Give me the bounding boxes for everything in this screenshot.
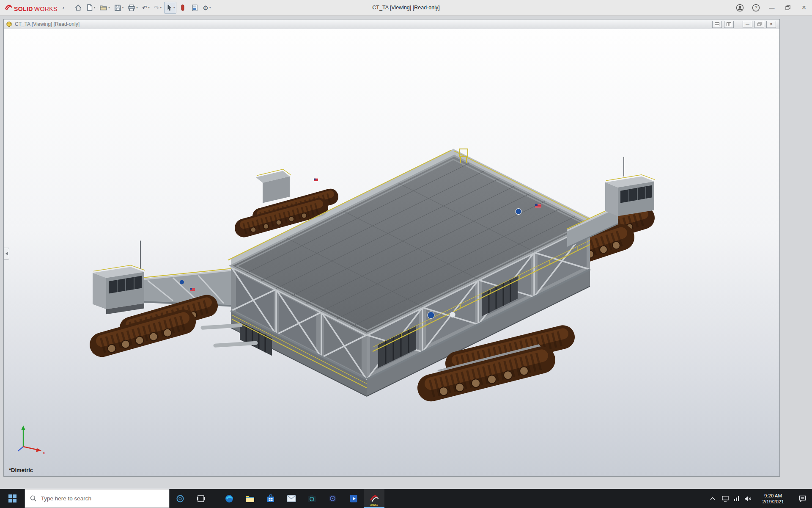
save-icon	[114, 4, 121, 11]
tray-volume-button[interactable]	[742, 489, 754, 508]
doc-close-button[interactable]: ×	[766, 21, 776, 28]
tile-vertical-icon	[727, 22, 731, 26]
taskbar-app-solidworks[interactable]: 2021	[364, 489, 384, 508]
mail-icon	[287, 495, 296, 502]
options-gear-icon: ⚙	[203, 5, 208, 11]
doc-tile-horizontal-button[interactable]	[712, 21, 722, 28]
redo-dropdown-icon[interactable]: ▾	[160, 6, 162, 9]
open-folder-icon	[99, 4, 107, 11]
cortana-icon	[176, 494, 184, 503]
taskbar-app-edge[interactable]	[219, 489, 239, 508]
tray-display-button[interactable]	[719, 489, 731, 508]
taskbar-app-store[interactable]	[260, 489, 281, 508]
file-properties-icon	[192, 4, 198, 11]
search-input[interactable]	[41, 495, 164, 502]
menu-expand-chevron-icon[interactable]: ›	[63, 5, 64, 11]
print-icon	[128, 4, 135, 11]
brand-solid: SOLID	[14, 6, 33, 12]
tray-overflow-button[interactable]	[706, 489, 719, 508]
tray-network-button[interactable]	[731, 489, 742, 508]
taskbar-app-file-explorer[interactable]	[239, 489, 260, 508]
print-dropdown-icon[interactable]: ▾	[136, 6, 138, 9]
groove-music-icon	[328, 494, 337, 503]
graphics-viewport[interactable]: x *Dimetric	[4, 29, 779, 476]
solidworks-app-icon	[370, 494, 379, 503]
svg-text:?: ?	[754, 5, 757, 10]
left-corner-arm[interactable]	[140, 268, 231, 306]
redo-icon: ↷	[154, 5, 159, 11]
help-icon: ?	[752, 4, 760, 12]
open-button[interactable]: ▾	[98, 2, 112, 14]
app-titlebar: SOLID WORKS › ▾ ▾	[0, 0, 812, 16]
windows-taskbar: 2021	[0, 489, 812, 508]
window-title: CT_TA [Viewing] [Read-only]	[372, 5, 439, 11]
left-control-cab[interactable]	[93, 241, 145, 315]
task-view-button[interactable]	[190, 489, 211, 508]
us-flag-decal	[535, 204, 541, 208]
doc-restore-icon	[757, 22, 762, 26]
options-button[interactable]: ⚙ ▾	[201, 2, 212, 14]
right-control-cab[interactable]	[605, 157, 655, 216]
clock-time: 9:20 AM	[754, 493, 793, 499]
redo-button[interactable]: ↷ ▾	[152, 2, 163, 14]
taskbar-app-mail[interactable]	[281, 489, 302, 508]
doc-minimize-button[interactable]: —	[743, 21, 752, 28]
new-document-icon	[86, 4, 93, 11]
us-flag-decal	[314, 179, 318, 181]
open-dropdown-icon[interactable]: ▾	[108, 6, 110, 9]
document-title: CT_TA [Viewing] [Read-only]	[15, 21, 80, 27]
document-titlebar[interactable]: CT_TA [Viewing] [Read-only] —	[4, 19, 779, 29]
panel-splitter-tab[interactable]	[4, 248, 9, 260]
undo-icon: ↶	[142, 5, 148, 11]
save-dropdown-icon[interactable]: ▾	[122, 6, 124, 9]
action-center-button[interactable]	[793, 489, 812, 508]
task-view-icon	[197, 494, 205, 503]
camera-icon	[307, 495, 316, 502]
red-tool-icon	[180, 4, 185, 11]
taskbar-app-groove-music[interactable]	[322, 489, 343, 508]
taskbar-app-movies-tv[interactable]	[343, 489, 364, 508]
start-button[interactable]	[0, 489, 25, 508]
system-tray: 9:20 AM 2/19/2021	[706, 489, 812, 508]
undo-dropdown-icon[interactable]: ▾	[148, 6, 150, 9]
us-flag-decal	[190, 288, 195, 291]
select-dropdown-icon[interactable]: ▾	[173, 6, 175, 9]
new-document-button[interactable]: ▾	[85, 2, 97, 14]
solidworks-version-badge: 2021	[364, 503, 384, 507]
cortana-button[interactable]	[170, 489, 190, 508]
taskbar-app-camera[interactable]	[302, 489, 322, 508]
crawler-transporter-3d-model[interactable]	[4, 29, 779, 476]
new-document-dropdown-icon[interactable]: ▾	[94, 6, 96, 9]
close-button[interactable]: ×	[796, 0, 812, 15]
home-button[interactable]	[73, 2, 84, 14]
network-icon	[733, 496, 740, 501]
solidworks-logo: SOLID WORKS	[0, 3, 59, 12]
doc-tile-vertical-button[interactable]	[724, 21, 734, 28]
minimize-button[interactable]: —	[764, 0, 780, 15]
document-window-controls: — ×	[712, 21, 777, 28]
rear-corner-platform[interactable]	[256, 169, 291, 203]
document-window: CT_TA [Viewing] [Read-only] —	[3, 19, 780, 477]
red-tool-button[interactable]	[177, 2, 188, 14]
file-properties-button[interactable]	[189, 2, 200, 14]
print-button[interactable]: ▾	[126, 2, 140, 14]
undo-button[interactable]: ↶ ▾	[140, 2, 151, 14]
doc-restore-button[interactable]	[754, 21, 764, 28]
windows-logo-icon	[8, 494, 16, 502]
file-explorer-icon	[245, 494, 255, 503]
account-button[interactable]	[732, 0, 748, 15]
solidworks-ds-mark-icon	[4, 3, 13, 11]
taskbar-clock[interactable]: 9:20 AM 2/19/2021	[754, 489, 793, 508]
home-icon	[74, 4, 82, 11]
options-dropdown-icon[interactable]: ▾	[209, 6, 211, 9]
select-button[interactable]: ▾	[164, 2, 177, 14]
clock-date: 2/19/2021	[754, 499, 793, 505]
taskbar-search-box[interactable]	[25, 489, 170, 508]
microsoft-store-icon	[266, 494, 275, 503]
restore-button[interactable]	[780, 0, 796, 15]
orientation-triad: x	[13, 422, 47, 456]
quick-access-toolbar: ▾ ▾ ▾ ▾ ↶ ▾	[73, 2, 213, 14]
help-button[interactable]: ?	[748, 0, 764, 15]
save-button[interactable]: ▾	[112, 2, 126, 14]
select-cursor-icon	[166, 4, 173, 11]
